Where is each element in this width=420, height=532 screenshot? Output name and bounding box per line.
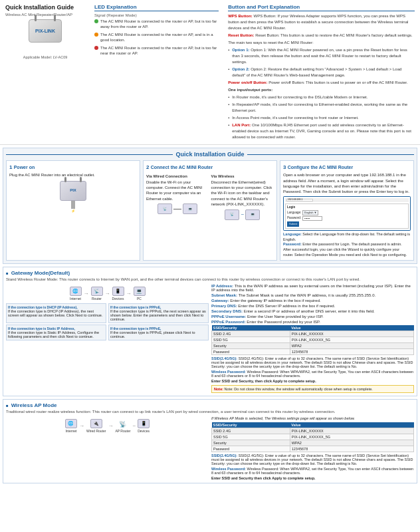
mini-logo: PIX: [70, 188, 76, 193]
main-reset-text: The main two ways to reset the AC MINI R…: [228, 40, 415, 46]
apply-note: Enter SSID and Security, then click Appl…: [211, 379, 414, 383]
step-1-title: Power on: [14, 165, 35, 170]
sub-steps-row-2: If the connection type is Static IP Addr…: [6, 325, 209, 340]
dns2-label: Secondary DNS:: [211, 309, 244, 313]
top-header: Quick Installation Guide Wireless AC Min…: [0, 0, 420, 145]
note-label: Note:: [214, 387, 225, 391]
ap-arrow-1: →: [79, 423, 84, 429]
wizard-desc: After successful login, you can click th…: [283, 247, 411, 257]
guide-title-text: Quick Installation Guide: [175, 151, 244, 158]
ap-router-icon: 🔌: [90, 419, 102, 428]
config-row-pass: Password 12345678: [212, 349, 414, 355]
ip-desc: This is the WAN IP address as seen by ex…: [211, 284, 411, 292]
antenna-left: [35, 15, 37, 21]
arrow-3: →: [126, 291, 132, 297]
steps-row: 1 Power on Plug the AC MINI Router into …: [6, 160, 414, 261]
ap-wireless-pass-desc: Wireless Password: Wireless Password: Wh…: [211, 467, 414, 475]
button-port-panel: Button and Port Explanation WPS Button: …: [225, 4, 415, 142]
laptop-node-icon: 💻: [134, 287, 146, 296]
pppoe-desc: If the connection type is PPPoE, the nex…: [110, 309, 207, 321]
dns1-label: Primary DNS:: [211, 304, 238, 308]
pppoe-user-config: PPPoE Username: Enter the User Name prov…: [211, 315, 414, 319]
devices-node: 📱 Devices: [112, 287, 124, 301]
step-2-content: Via Wired Connection Disable the Wi-Fi o…: [146, 172, 274, 219]
config-row-security: Security WPA2: [212, 343, 414, 349]
ap-right: If Wireless AP Mode is selected, The Wir…: [211, 416, 414, 480]
lang-desc: Select the Language from the drop-down l…: [283, 232, 410, 241]
devices-icon: 📱: [112, 287, 124, 296]
internet-label: Internet: [70, 297, 81, 301]
gateway-content: 🌐 Internet → 📡 Router → 📱 Devices → 💻 PC: [6, 284, 414, 393]
led-dot-orange: [94, 33, 98, 37]
wireless-connection: Via Wireless Disconnect the Ethernet(wir…: [211, 172, 274, 219]
ap-td-ssid5-val: PIX-LINK_XXXXXX_5G: [290, 434, 413, 440]
ap-mobile-icon: 📱: [138, 419, 150, 428]
dns2-config: Secondary DNS: Enter a second IP or addr…: [211, 309, 414, 313]
via-wireless-desc: Disconnect the Ethernet(wired) connectio…: [211, 180, 274, 207]
gateway-title: Gateway Mode(Default): [6, 270, 414, 276]
td-password: Password: [212, 349, 290, 355]
ap-device-label: AP Router: [115, 429, 130, 433]
step-1-num: 1 Power on: [9, 164, 137, 171]
port-title: One input/output ports:: [228, 87, 415, 93]
subnet-desc: The Subnet Mask is used for the WAN IP a…: [239, 293, 375, 297]
ap-mode-section: Wireless AP Mode Traditional wired route…: [3, 399, 417, 483]
submit-button[interactable]: Submit: [287, 221, 299, 227]
pppoe-pass-desc: Enter the Password provided by your ISP.: [247, 320, 320, 324]
config-row-ssid5: SSID 5G PIX-LINK_XXXXXX_5G: [212, 337, 414, 343]
step-3-title: Configure the AC MINI Router: [288, 165, 354, 170]
network-diagram: 🌐 Internet → 📡 Router → 📱 Devices → 💻 PC: [6, 287, 209, 301]
ap-td-pass: Password: [212, 446, 290, 452]
led-text-green: The AC MINI Router is connected to the r…: [100, 19, 219, 30]
button-descriptions: WPS Button: WPS Button: If your Wireless…: [228, 13, 415, 140]
ap-ssid-text: SSID(2.4G/5G): Enter a value of up to 32…: [211, 454, 413, 466]
quick-guide-section: Quick Installation Guide 1 Power on Plug…: [3, 148, 417, 264]
td-ssid-24-val: PIX-LINK_XXXXXX: [290, 331, 413, 337]
step-1-illustration: PIX ⚡: [9, 181, 137, 213]
wired-devices: 📡 💻: [146, 203, 209, 214]
static-desc: If the connection type is Static IP Addr…: [8, 331, 104, 338]
led-item-red: The AC MINI Router is connected to the r…: [94, 45, 219, 57]
pass-label-text: Password:: [287, 216, 301, 220]
sub-step-static: If the connection type is Static IP Addr…: [6, 325, 106, 340]
power-text: Power on/off Button: This button is used…: [268, 80, 407, 84]
subtitle: Wireless AC Mini Repeater/Router/AP: [5, 13, 85, 17]
ap-td-ssid24: SSID 2.4G: [212, 428, 290, 434]
ap-config-header: SSID/Security Value: [212, 422, 414, 428]
sub-steps-row-1: If the connection type is DHCP (IP Addre…: [6, 303, 209, 323]
pppoe-user-desc: Enter the User Name provided by your ISP…: [247, 315, 324, 319]
step-3-desc: Open a web browser on your computer and …: [283, 172, 411, 195]
step-2-box: 2 Connect the AC MINI Router Via Wired C…: [143, 160, 277, 261]
ap-th-ssid: SSID/Security: [212, 422, 290, 428]
ap-title: Wireless AP Mode: [6, 402, 414, 408]
arrow-1: →: [84, 291, 89, 297]
antenna-right: [54, 15, 56, 21]
pass-field[interactable]: ••••••: [302, 216, 322, 221]
btn-section-title: Button and Port Explanation: [228, 4, 415, 11]
ap-desc: Traditional wired router realize wireles…: [6, 410, 414, 414]
ap-mobile-label: Devices: [138, 429, 150, 433]
gateway-title-text: Gateway Mode(Default): [11, 270, 70, 276]
dns1-config: Primary DNS: Enter the DNS Server IP add…: [211, 304, 414, 308]
ap-content: 🌐 Internet → 🔌 Wired Router → 📡 AP Route…: [6, 416, 414, 480]
led-dot-green: [94, 19, 98, 23]
step-1-box: 1 Power on Plug the AC MINI Router into …: [6, 160, 140, 261]
port-item-2: In Access Point mode, it's used for conn…: [228, 115, 415, 121]
laptop-node: 💻 PC: [134, 287, 146, 301]
port-item-3: One 10/100Mbps RJ45 Ethernet port used t…: [232, 123, 411, 139]
ap-td-ssid24-val: PIX-LINK_XXXXXX: [290, 428, 413, 434]
wps-text: WPS Button: If your Wireless Adapter sup…: [228, 14, 408, 30]
step-3-box: 3 Configure the AC MINI Router Open a we…: [280, 160, 414, 261]
pppoe-user-label: PPPoE Username:: [211, 315, 247, 319]
lang-dropdown[interactable]: English ▼: [302, 210, 318, 215]
laptop-label: PC: [137, 297, 142, 301]
outlet-label: ⚡: [9, 209, 137, 213]
port-item-1: In Repeater/AP mode, it's used for conne…: [228, 102, 415, 114]
url-field: 192.168.188.1: [286, 199, 313, 201]
lang-label-text: Language:: [287, 211, 301, 215]
th-ssid: SSID/Security: [212, 325, 290, 331]
ap-router-label: Wired Router: [86, 429, 106, 433]
ap-config-ssid24: SSID 2.4G PIX-LINK_XXXXXX: [212, 428, 414, 434]
pppoe2-desc: If the connection type is PPPoE, please …: [110, 331, 207, 338]
ap-td-security-val: WPA2: [290, 440, 413, 446]
